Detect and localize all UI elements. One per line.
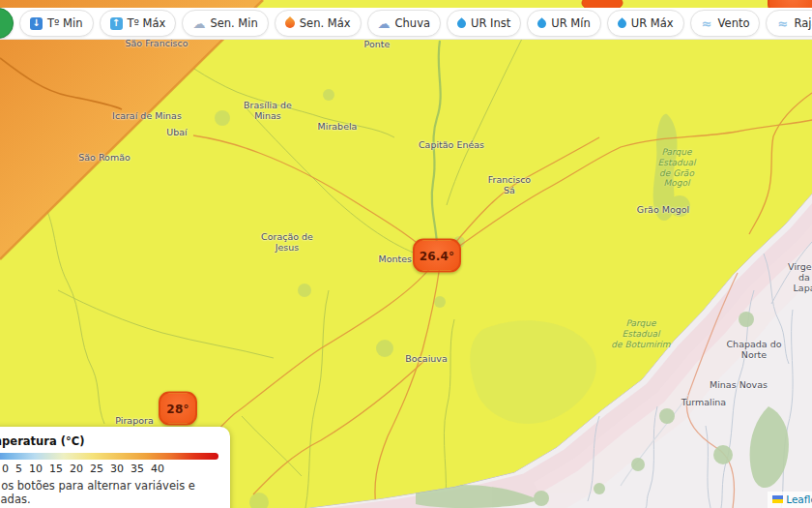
toolbar-button-label: UR Mín bbox=[551, 16, 590, 30]
toolbar-button-chuva[interactable]: ☁Chuva bbox=[367, 10, 441, 37]
map-label-town: Minas Novas bbox=[710, 380, 768, 391]
map-label-town: Icaraí de Minas bbox=[112, 111, 182, 122]
droplet-icon bbox=[616, 17, 628, 30]
legend-tick: 10 bbox=[29, 463, 43, 475]
map-label-town: São Francisco bbox=[125, 39, 188, 49]
map-attribution: Leaflet bbox=[768, 492, 812, 508]
toolbar-button-vento[interactable]: ≈Vento bbox=[690, 10, 761, 37]
legend-tick: 30 bbox=[110, 463, 124, 475]
toolbar-button-ur-m-x[interactable]: UR Máx bbox=[607, 10, 684, 37]
toolbar-button-label: Tº Máx bbox=[128, 16, 166, 30]
toolbar-button-rajadas[interactable]: ≈Rajadas bbox=[766, 10, 812, 37]
temp-down-icon: ↓ bbox=[30, 17, 43, 30]
legend-tick: 25 bbox=[90, 463, 103, 475]
map-label-town: Francisco Sá bbox=[488, 175, 531, 196]
toolbar-button-sen-m-x[interactable]: Sen. Máx bbox=[275, 10, 362, 37]
map-label-park: Parque Estadual de Botumirim bbox=[611, 318, 670, 349]
legend-color-scale bbox=[0, 453, 218, 460]
flame-icon bbox=[283, 16, 297, 30]
droplet-icon bbox=[536, 17, 548, 30]
active-variable-button[interactable] bbox=[0, 8, 14, 39]
map-label-town: Virgem da Lapa bbox=[788, 262, 812, 294]
map-label-town: São Romão bbox=[78, 153, 130, 164]
legend-ticks: 0510152025303540 bbox=[0, 463, 218, 475]
map-label-town: Bocaiuva bbox=[405, 354, 447, 365]
map-label-park: Parque Estadual de Grão Mogol bbox=[658, 147, 696, 189]
toolbar-button-label: UR Máx bbox=[631, 16, 674, 30]
map-page: São FranciscoPonteBrasília de MinasIcara… bbox=[0, 0, 812, 508]
map-label-town: Turmalina bbox=[682, 398, 726, 408]
legend-tick: 20 bbox=[70, 463, 83, 475]
toolbar-button-label: UR Inst bbox=[471, 16, 510, 30]
map-label-town: Grão Mogol bbox=[637, 205, 689, 216]
ukraine-flag-icon bbox=[772, 495, 783, 503]
map-label-town: Brasília de Minas bbox=[244, 101, 292, 122]
cloud-icon: ☁ bbox=[192, 17, 205, 30]
map-label-town: Capitão Enéas bbox=[419, 140, 484, 151]
legend-tick: 40 bbox=[151, 463, 164, 475]
legend-tick: 35 bbox=[130, 463, 144, 475]
rain-cloud-icon: ☁ bbox=[378, 17, 391, 30]
map-label-town: Ubaí bbox=[166, 128, 187, 138]
map-label-town: Mirabela bbox=[318, 122, 358, 133]
toolbar-button-t-m-x[interactable]: ↑Tº Máx bbox=[100, 10, 177, 37]
droplet-icon bbox=[455, 17, 468, 30]
toolbar-button-ur-inst[interactable]: UR Inst bbox=[447, 10, 521, 37]
map-label-town: Ponte bbox=[364, 40, 391, 50]
toolbar-button-label: Sen. Máx bbox=[300, 16, 351, 30]
toolbar-button-ur-m-n[interactable]: UR Mín bbox=[527, 10, 600, 37]
toolbar-button-sen-min[interactable]: ☁Sen. Min bbox=[182, 10, 268, 37]
toolbar-button-t-min[interactable]: ↓Tº Min bbox=[19, 10, 94, 37]
temperature-marker[interactable]: 26.4° bbox=[413, 239, 461, 273]
legend-note: Use os botões para alternar variáveis e … bbox=[0, 479, 218, 506]
legend-panel: Temperatura (°C) 0510152025303540 Use os… bbox=[0, 427, 230, 508]
map-label-town: Pirapora bbox=[115, 416, 153, 427]
wind-icon: ≈ bbox=[701, 17, 713, 30]
temp-up-icon: ↑ bbox=[110, 17, 123, 30]
leaflet-link[interactable]: Leaflet bbox=[786, 493, 812, 505]
toolbar-button-label: Vento bbox=[718, 16, 750, 30]
legend-title: Temperatura (°C) bbox=[0, 434, 218, 448]
legend-tick: 5 bbox=[15, 463, 22, 475]
legend-tick: 15 bbox=[49, 463, 63, 475]
toolbar-button-label: Tº Min bbox=[47, 16, 83, 30]
map-label-town: Chapada do Norte bbox=[726, 340, 781, 361]
legend-tick: 0 bbox=[2, 463, 9, 475]
toolbar-button-label: Rajadas bbox=[794, 16, 812, 30]
map-label-town: Coração de Jesus bbox=[261, 232, 313, 254]
variable-toolbar: ↓Tº Min↑Tº Máx☁Sen. MinSen. Máx☁ChuvaUR … bbox=[0, 8, 812, 40]
wind-icon: ≈ bbox=[776, 17, 789, 30]
toolbar-button-label: Sen. Min bbox=[210, 16, 257, 30]
toolbar-button-label: Chuva bbox=[395, 16, 430, 30]
temperature-marker[interactable]: 28° bbox=[159, 392, 197, 426]
